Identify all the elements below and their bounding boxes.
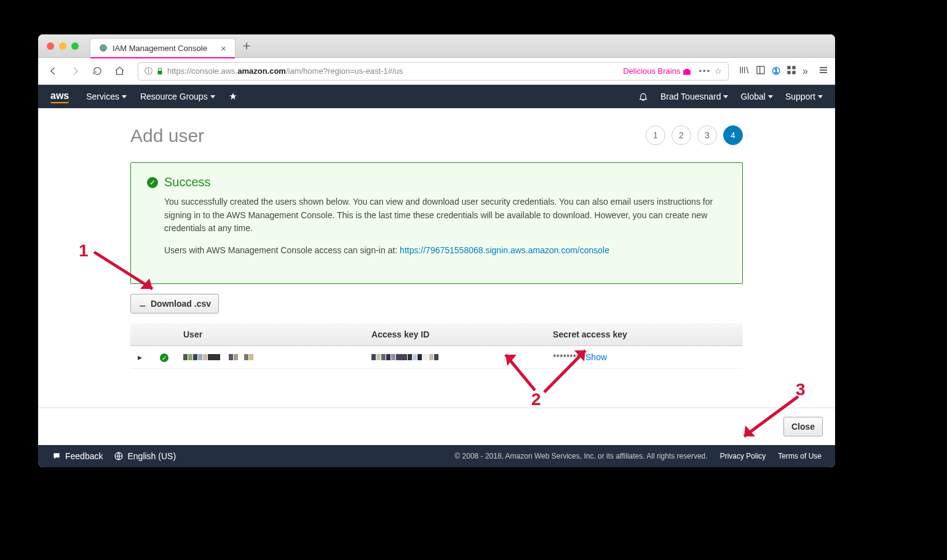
svg-rect-1 — [757, 66, 764, 74]
svg-rect-2 — [787, 66, 790, 69]
chevron-down-icon — [818, 95, 823, 98]
tab-title: IAM Management Console — [113, 44, 207, 53]
browser-tab[interactable]: IAM Management Console × — [90, 38, 236, 58]
sidebar-icon[interactable] — [756, 65, 766, 77]
users-table: User Access key ID Secret access key ▸ ✓ — [130, 323, 743, 369]
back-button[interactable] — [44, 63, 61, 80]
signin-text: Users with AWS Management Console access… — [164, 245, 397, 255]
language-selector[interactable]: English (US) — [114, 451, 176, 461]
signin-link[interactable]: https://796751558068.signin.aws.amazon.c… — [400, 245, 609, 255]
redacted-username — [183, 354, 253, 360]
lock-icon[interactable] — [156, 68, 164, 75]
page-actions-icon[interactable]: ••• — [699, 66, 711, 76]
table-row: ▸ ✓ ********* Show — [130, 345, 743, 369]
close-tab-icon[interactable]: × — [221, 43, 226, 53]
row-success-icon: ✓ — [160, 353, 168, 362]
secret-cell: ********* Show — [545, 345, 743, 369]
home-button[interactable] — [111, 63, 128, 80]
tab-loading-bar — [90, 57, 235, 58]
expand-row-icon[interactable]: ▸ — [138, 352, 142, 362]
overflow-icon[interactable]: » — [802, 66, 808, 77]
col-access-key-id: Access key ID — [364, 323, 545, 346]
maximize-window-icon[interactable] — [71, 42, 79, 50]
speech-bubble-icon — [52, 452, 61, 460]
support-menu[interactable]: Support — [785, 92, 823, 101]
step-4: 4 — [723, 125, 743, 145]
step-3: 3 — [697, 125, 717, 145]
wizard-steps: 1 2 3 4 — [646, 125, 743, 145]
svg-rect-5 — [792, 71, 795, 74]
reload-button[interactable] — [89, 63, 106, 80]
browser-window: IAM Management Console × + ⓘ https://con… — [38, 34, 835, 467]
secret-mask: ********* — [553, 352, 583, 362]
svg-point-0 — [100, 45, 107, 52]
chevron-down-icon — [122, 95, 127, 98]
url-text: https://console.aws.amazon.com/iam/home?… — [167, 66, 619, 76]
account-menu[interactable]: Brad Touesnard — [660, 92, 729, 101]
success-title: Success — [164, 175, 211, 189]
user-cell — [176, 345, 364, 369]
content-area: Add user 1 2 3 4 ✓ Success You successfu… — [38, 108, 835, 408]
access-key-cell — [364, 345, 545, 369]
step-2: 2 — [672, 125, 691, 145]
aws-footer: Feedback English (US) © 2008 - 2018, Ama… — [38, 445, 835, 467]
chevron-down-icon — [210, 95, 215, 98]
hamburger-menu-icon[interactable] — [818, 65, 829, 77]
terms-link[interactable]: Terms of Use — [778, 452, 822, 460]
browser-navbar: ⓘ https://console.aws.amazon.com/iam/hom… — [38, 58, 835, 85]
close-button[interactable]: Close — [783, 417, 823, 436]
privacy-link[interactable]: Privacy Policy — [720, 452, 766, 460]
notifications-icon[interactable] — [638, 92, 648, 101]
aws-header: aws Services Resource Groups Brad Touesn… — [38, 85, 835, 108]
step-1: 1 — [646, 125, 665, 145]
wizard-footer: Close — [38, 408, 835, 445]
resource-groups-menu[interactable]: Resource Groups — [140, 92, 215, 101]
identity-icon[interactable]: ⓘ — [145, 66, 153, 77]
globe-icon — [114, 451, 124, 461]
url-bar[interactable]: ⓘ https://console.aws.amazon.com/iam/hom… — [138, 62, 729, 81]
success-check-icon: ✓ — [147, 177, 158, 188]
bookmark-tag[interactable]: Delicious Brains — [623, 66, 691, 76]
download-csv-button[interactable]: Download .csv — [130, 294, 219, 314]
region-menu[interactable]: Global — [740, 92, 772, 101]
bookmark-star-icon[interactable]: ☆ — [715, 66, 722, 76]
titlebar: IAM Management Console × + — [38, 34, 835, 58]
library-icon[interactable] — [739, 65, 750, 77]
redacted-access-key — [371, 354, 438, 360]
window-controls — [47, 42, 79, 50]
new-tab-button[interactable]: + — [243, 38, 251, 54]
svg-rect-3 — [792, 66, 795, 69]
chevron-down-icon — [768, 95, 773, 98]
minimize-window-icon[interactable] — [59, 42, 66, 50]
show-secret-link[interactable]: Show — [585, 352, 607, 362]
tab-favicon — [99, 44, 108, 52]
extension-icon[interactable] — [787, 65, 796, 77]
col-user: User — [176, 323, 364, 346]
download-icon — [138, 299, 147, 308]
close-window-icon[interactable] — [47, 42, 54, 50]
svg-rect-4 — [787, 71, 790, 74]
toolbar-icons: ① » — [739, 65, 808, 77]
feedback-link[interactable]: Feedback — [52, 451, 103, 461]
onepassword-icon[interactable]: ① — [772, 65, 780, 77]
success-body: You successfully created the users shown… — [164, 195, 726, 235]
col-secret-access-key: Secret access key — [545, 323, 743, 346]
services-menu[interactable]: Services — [86, 92, 127, 101]
page-title: Add user — [130, 125, 204, 146]
copyright-text: © 2008 - 2018, Amazon Web Services, Inc.… — [454, 452, 707, 460]
pin-icon[interactable] — [229, 92, 237, 101]
aws-logo[interactable]: aws — [50, 90, 69, 103]
success-alert: ✓ Success You successfully created the u… — [130, 162, 743, 284]
chevron-down-icon — [723, 95, 728, 98]
forward-button[interactable] — [66, 63, 84, 80]
